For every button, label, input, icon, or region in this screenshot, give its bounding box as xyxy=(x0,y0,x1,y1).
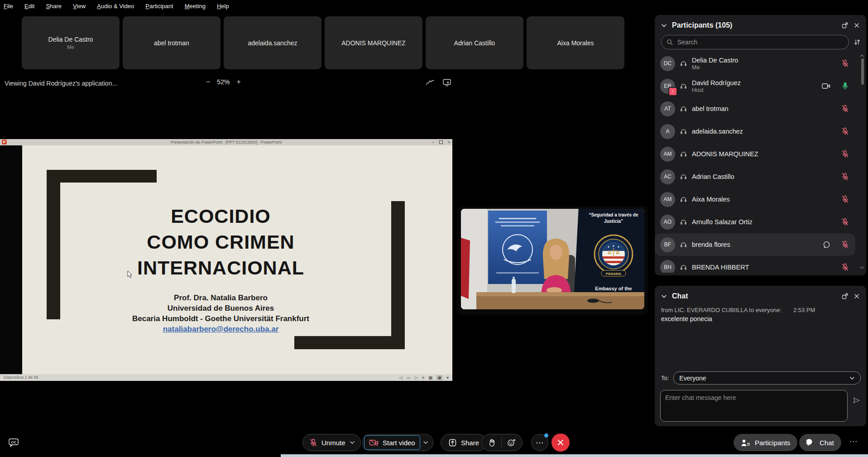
scrollbar-thumb[interactable] xyxy=(861,58,864,85)
unmute-button[interactable]: Unmute xyxy=(302,434,361,451)
participant-row[interactable]: AMAixa Morales xyxy=(655,188,855,211)
mic-muted-icon[interactable] xyxy=(841,218,849,226)
mic-muted-icon[interactable] xyxy=(841,59,849,67)
mic-on-icon[interactable] xyxy=(841,82,849,90)
participant-row[interactable]: DCDelia De CastroMe xyxy=(655,52,855,75)
share-label: Share xyxy=(461,439,479,447)
participant-search-box[interactable] xyxy=(661,35,849,49)
slide-subtitle: Prof. Dra. Natalia Barbero Universidad d… xyxy=(68,293,374,334)
chat-bubble-icon[interactable] xyxy=(823,241,830,249)
slideshow-icon: ▾ xyxy=(446,375,449,380)
menu-meeting[interactable]: Meeting xyxy=(185,3,206,10)
zoom-controls: − 52% + xyxy=(206,78,241,86)
start-video-label: Start video xyxy=(383,439,415,447)
mic-muted-icon[interactable] xyxy=(841,263,849,271)
participants-list: DCDelia De CastroMeER↑David RodríguezHos… xyxy=(655,52,866,273)
slide-left-strip xyxy=(0,145,22,374)
video-tile-strip: Delia De CastroMeabel trotmanadelaida.sa… xyxy=(22,16,624,69)
raise-hand-icon[interactable] xyxy=(488,438,496,447)
avatar: BF xyxy=(660,237,675,252)
headset-icon xyxy=(680,128,687,135)
participants-toggle-button[interactable]: Participants xyxy=(734,434,797,451)
participant-name: abel trotman xyxy=(692,105,841,112)
chevron-down-icon[interactable] xyxy=(350,441,355,444)
participant-row[interactable]: AOArnulfo Salazar Ortiz xyxy=(655,211,855,233)
mic-muted-icon[interactable] xyxy=(841,105,849,113)
avatar: ER↑ xyxy=(660,79,675,94)
avatar: AM xyxy=(660,147,675,162)
zoom-in-button[interactable]: + xyxy=(236,78,240,86)
mic-muted-icon[interactable] xyxy=(841,195,849,203)
zoom-out-button[interactable]: − xyxy=(206,78,210,86)
menu-edit[interactable]: Edit xyxy=(24,3,34,10)
ppt-close-icon: × xyxy=(448,140,450,144)
leave-meeting-button[interactable] xyxy=(551,433,570,452)
participant-row[interactable]: Aadelaida.sanchez xyxy=(655,120,855,143)
video-tile[interactable]: Aixa Morales xyxy=(527,16,624,69)
floating-speaker-video[interactable]: “Seguridad a través de Justicia” PANAMA … xyxy=(457,206,648,315)
menu-participant[interactable]: Participant xyxy=(145,3,173,10)
avatar: BH xyxy=(660,260,675,273)
mic-muted-icon[interactable] xyxy=(841,150,849,158)
remote-display-icon[interactable] xyxy=(442,79,451,87)
reactions-smiley-icon[interactable] xyxy=(507,438,516,447)
share-button[interactable]: Share xyxy=(441,434,487,451)
scroll-down-icon[interactable] xyxy=(859,263,864,271)
participant-row[interactable]: ER↑David RodríguezHost xyxy=(655,75,855,97)
close-icon[interactable] xyxy=(854,22,860,29)
closed-captions-button[interactable]: CC xyxy=(8,438,19,450)
shared-screen-powerpoint: P Presentación de PowerPoint - [PPT ECOC… xyxy=(0,139,452,381)
video-tile[interactable]: ADONIS MARQUINEZ xyxy=(325,16,422,69)
menu-bar: FileEditShareViewAudio & VideoParticipan… xyxy=(0,0,229,12)
menu-help[interactable]: Help xyxy=(217,3,229,10)
mic-muted-icon[interactable] xyxy=(841,241,849,249)
menu-view[interactable]: View xyxy=(73,3,86,10)
menu-file[interactable]: File xyxy=(4,3,13,10)
chevron-down-icon[interactable] xyxy=(423,441,428,444)
video-tile[interactable]: Adrian Castillo xyxy=(426,16,523,69)
chat-toggle-button[interactable]: Chat xyxy=(799,434,841,451)
overflow-menu-icon[interactable]: ⋯ xyxy=(849,437,857,446)
video-tile[interactable]: adelaida.sanchez xyxy=(224,16,321,69)
email-link: nataliabarbero@derecho.uba.ar xyxy=(163,325,279,333)
search-icon xyxy=(667,39,673,45)
avatar: AT xyxy=(660,101,675,116)
chat-message: from LIC. EVERARDO CUBIILLA to everyone:… xyxy=(655,303,866,322)
headset-icon xyxy=(680,106,687,112)
tile-participant-name: ADONIS MARQUINEZ xyxy=(341,39,406,47)
menu-audio-video[interactable]: Audio & Video xyxy=(97,3,134,10)
tile-participant-name: Delia De Castro xyxy=(48,36,93,43)
more-options-button[interactable]: ⋯ xyxy=(531,434,548,451)
collapse-chevron-icon[interactable] xyxy=(661,294,667,298)
mic-muted-icon[interactable] xyxy=(841,173,849,181)
participant-row[interactable]: BFbrenda flores xyxy=(655,233,855,256)
ellipsis-icon: ⋯ xyxy=(536,438,544,447)
collapse-chevron-icon[interactable] xyxy=(661,24,667,28)
start-video-button[interactable]: Start video xyxy=(362,434,433,451)
search-input[interactable] xyxy=(676,38,844,46)
sort-icon[interactable] xyxy=(854,38,861,46)
slide-title: ECOCIDIO COMO CRIMEN INTERNACIONAL xyxy=(68,203,374,281)
video-tile[interactable]: abel trotman xyxy=(123,16,221,69)
popout-icon[interactable] xyxy=(841,22,849,29)
recipient-dropdown[interactable]: Everyone xyxy=(673,371,861,385)
annotate-icon[interactable] xyxy=(426,79,435,87)
ppt-window-controls: – × xyxy=(432,139,450,145)
camera-on-icon[interactable] xyxy=(822,83,830,89)
participant-role: Me xyxy=(692,64,841,71)
participant-row[interactable]: ATabel trotman xyxy=(655,97,855,120)
close-icon[interactable] xyxy=(854,293,860,299)
participant-name: ADONIS MARQUINEZ xyxy=(692,150,841,158)
chat-message-input[interactable] xyxy=(660,390,848,422)
popout-icon[interactable] xyxy=(841,293,849,300)
mic-muted-icon[interactable] xyxy=(841,127,849,135)
participant-role: Host xyxy=(692,87,822,93)
avatar: AM xyxy=(660,192,675,207)
send-icon[interactable] xyxy=(852,396,861,404)
participant-row[interactable]: BHBRENDA HIBBERT xyxy=(655,256,855,273)
participant-row[interactable]: ACAdrian Castillo xyxy=(655,165,855,188)
menu-share[interactable]: Share xyxy=(46,3,62,10)
video-tile[interactable]: Delia De CastroMe xyxy=(22,16,120,69)
participant-row[interactable]: AMADONIS MARQUINEZ xyxy=(655,143,855,165)
tile-participant-name: Adrian Castillo xyxy=(454,39,495,47)
